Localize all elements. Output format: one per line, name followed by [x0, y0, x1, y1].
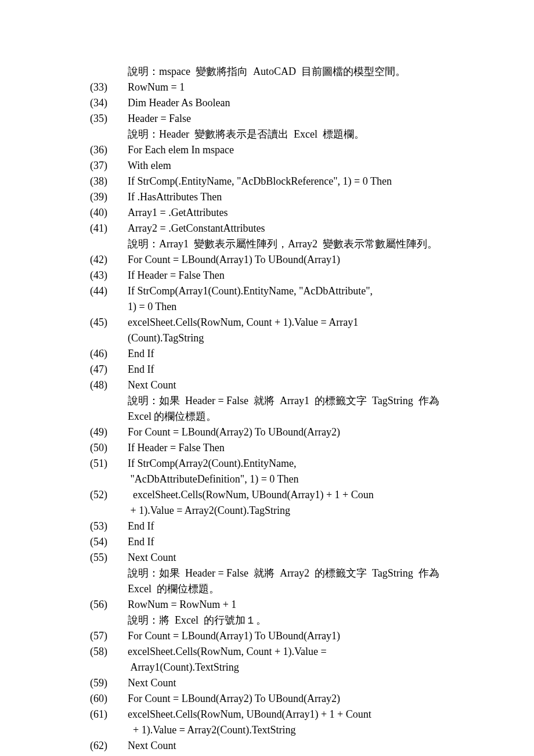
line-number: (48) [90, 377, 128, 393]
code-text: End If [128, 534, 476, 550]
code-text: + 1).Value = Array2(Count).TextString [90, 722, 476, 738]
code-line: 說明：Array1 變數表示屬性陣列，Array2 變數表示常數屬性陣列。 [90, 236, 476, 252]
code-text: Next Count [128, 377, 476, 393]
line-number: (49) [90, 424, 128, 440]
code-line: (62)Next Count [90, 738, 476, 754]
code-text: Excel 的欄位標題。 [90, 581, 476, 597]
code-line: (39)If .HasAttributes Then [90, 189, 476, 205]
code-line: (46)End If [90, 346, 476, 362]
code-text: If .HasAttributes Then [128, 189, 476, 205]
code-text: If StrComp(Array2(Count).EntityName, [128, 456, 476, 471]
line-number: (51) [90, 456, 128, 471]
code-text: Next Count [128, 675, 476, 691]
code-text: For Each elem In mspace [128, 142, 476, 158]
code-line: (52) excelSheet.Cells(RowNum, UBound(Arr… [90, 487, 476, 503]
code-line: (33)RowNum = 1 [90, 80, 476, 95]
code-text: + 1).Value = Array2(Count).TagString [90, 503, 476, 519]
line-number: (54) [90, 534, 128, 550]
line-number: (36) [90, 142, 128, 158]
line-number: (41) [90, 221, 128, 236]
code-line: 說明：Header 變數將表示是否讀出 Excel 標題欄。 [90, 127, 476, 142]
code-line: (41)Array2 = .GetConstantAttributes [90, 221, 476, 236]
line-number: (52) [90, 487, 128, 503]
line-number: (43) [90, 268, 128, 283]
code-text: If Header = False Then [128, 268, 476, 283]
code-line: 說明：mspace 變數將指向 AutoCAD 目前圖檔的模型空間。 [90, 64, 476, 80]
code-line: (42)For Count = LBound(Array1) To UBound… [90, 252, 476, 268]
code-text: If StrComp(Array1(Count).EntityName, "Ac… [128, 283, 476, 299]
code-line: (45)excelSheet.Cells(RowNum, Count + 1).… [90, 315, 476, 330]
line-number: (46) [90, 346, 128, 362]
code-text: For Count = LBound(Array2) To UBound(Arr… [128, 691, 476, 707]
code-text: RowNum = 1 [128, 80, 476, 95]
code-line: (50)If Header = False Then [90, 440, 476, 456]
code-line: (54)End If [90, 534, 476, 550]
code-text: 說明：如果 Header = False 就將 Array2 的標籤文字 Tag… [90, 566, 476, 581]
code-text: excelSheet.Cells(RowNum, UBound(Array1) … [128, 707, 476, 722]
code-text: excelSheet.Cells(RowNum, UBound(Array1) … [128, 487, 476, 503]
code-line: (38)If StrComp(.EntityName, "AcDbBlockRe… [90, 174, 476, 189]
code-text: End If [128, 362, 476, 377]
code-text: Header = False [128, 111, 476, 127]
code-text: 1) = 0 Then [90, 299, 476, 315]
code-line: 1) = 0 Then [90, 299, 476, 315]
code-line: (40)Array1 = .GetAttributes [90, 205, 476, 221]
code-text: 說明：Array1 變數表示屬性陣列，Array2 變數表示常數屬性陣列。 [90, 236, 476, 252]
code-text: excelSheet.Cells(RowNum, Count + 1).Valu… [128, 644, 476, 660]
code-line: (48)Next Count [90, 377, 476, 393]
code-line: Excel 的欄位標題。 [90, 581, 476, 597]
line-number: (42) [90, 252, 128, 268]
code-text: For Count = LBound(Array1) To UBound(Arr… [128, 252, 476, 268]
line-number: (33) [90, 80, 128, 95]
code-text: Array1 = .GetAttributes [128, 205, 476, 221]
line-number: (47) [90, 362, 128, 377]
code-listing: 說明：mspace 變數將指向 AutoCAD 目前圖檔的模型空間。(33)Ro… [90, 64, 476, 754]
code-text: Excel 的欄位標題。 [90, 409, 476, 424]
code-line: (58)excelSheet.Cells(RowNum, Count + 1).… [90, 644, 476, 660]
line-number: (34) [90, 95, 128, 111]
code-text: Next Count [128, 738, 476, 754]
code-text: Array2 = .GetConstantAttributes [128, 221, 476, 236]
code-text: Array1(Count).TextString [90, 660, 476, 675]
code-line: (34)Dim Header As Boolean [90, 95, 476, 111]
code-text: End If [128, 519, 476, 534]
line-number: (38) [90, 174, 128, 189]
code-line: (55)Next Count [90, 550, 476, 566]
line-number: (58) [90, 644, 128, 660]
code-line: (37)With elem [90, 158, 476, 174]
code-text: For Count = LBound(Array2) To UBound(Arr… [128, 424, 476, 440]
code-text: "AcDbAttributeDefinition", 1) = 0 Then [90, 471, 476, 487]
code-text: For Count = LBound(Array1) To UBound(Arr… [128, 628, 476, 644]
code-line: (61)excelSheet.Cells(RowNum, UBound(Arra… [90, 707, 476, 722]
code-line: (47)End If [90, 362, 476, 377]
line-number: (35) [90, 111, 128, 127]
code-text: (Count).TagString [90, 330, 476, 346]
code-line: 說明：如果 Header = False 就將 Array1 的標籤文字 Tag… [90, 393, 476, 409]
code-line: Excel 的欄位標題。 [90, 409, 476, 424]
code-line: (44)If StrComp(Array1(Count).EntityName,… [90, 283, 476, 299]
code-line: 說明：將 Excel 的行號加１。 [90, 613, 476, 628]
line-number: (57) [90, 628, 128, 644]
line-number: (40) [90, 205, 128, 221]
code-text: If StrComp(.EntityName, "AcDbBlockRefere… [128, 174, 476, 189]
line-number: (59) [90, 675, 128, 691]
line-number: (44) [90, 283, 128, 299]
code-line: (Count).TagString [90, 330, 476, 346]
line-number: (53) [90, 519, 128, 534]
code-text: 說明：將 Excel 的行號加１。 [90, 613, 476, 628]
code-text: 說明：如果 Header = False 就將 Array1 的標籤文字 Tag… [90, 393, 476, 409]
code-text: End If [128, 346, 476, 362]
code-line: (53)End If [90, 519, 476, 534]
code-line: (49)For Count = LBound(Array2) To UBound… [90, 424, 476, 440]
code-line: "AcDbAttributeDefinition", 1) = 0 Then [90, 471, 476, 487]
code-text: Dim Header As Boolean [128, 95, 476, 111]
line-number: (50) [90, 440, 128, 456]
code-line: (60)For Count = LBound(Array2) To UBound… [90, 691, 476, 707]
code-line: + 1).Value = Array2(Count).TagString [90, 503, 476, 519]
code-line: 說明：如果 Header = False 就將 Array2 的標籤文字 Tag… [90, 566, 476, 581]
code-line: + 1).Value = Array2(Count).TextString [90, 722, 476, 738]
code-line: (35)Header = False [90, 111, 476, 127]
line-number: (61) [90, 707, 128, 722]
line-number: (62) [90, 738, 128, 754]
code-text: 說明：Header 變數將表示是否讀出 Excel 標題欄。 [90, 127, 476, 142]
